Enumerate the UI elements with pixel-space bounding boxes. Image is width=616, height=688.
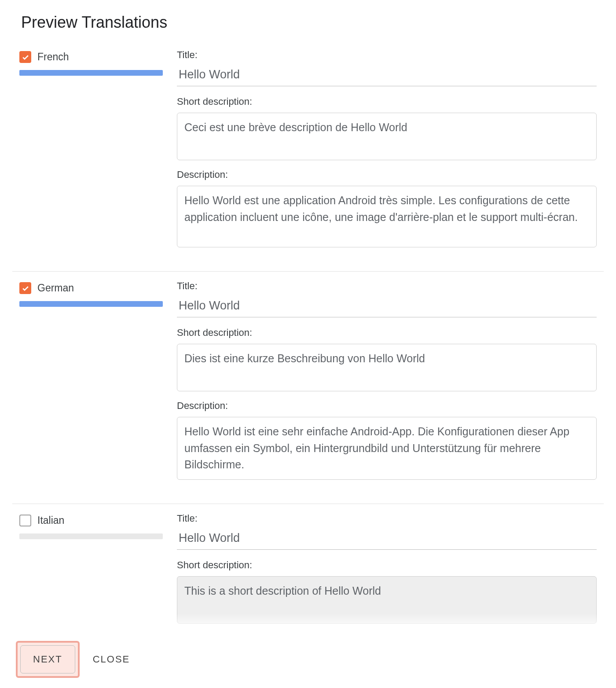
language-left-panel: French [19,49,163,256]
language-left-panel: Italian [19,513,163,631]
description-label: Description: [177,400,597,412]
language-name: Italian [37,515,64,526]
description-input[interactable]: Hello World est une application Android … [177,186,597,247]
title-input[interactable]: Hello World [177,293,597,317]
language-row-german: German Title: Hello World Short descript… [12,272,604,504]
next-button-highlight: NEXT [16,641,80,678]
language-checkbox-italian[interactable] [19,515,31,526]
language-right-panel: Title: Hello World Short description: Di… [177,280,597,489]
next-button[interactable]: NEXT [20,645,75,673]
language-right-panel: Title: Hello World Short description: Th… [177,513,597,631]
language-progress-bar [19,70,163,76]
dialog-title: Preview Translations [21,13,595,32]
description-label: Description: [177,169,597,180]
short-description-label: Short description: [177,559,597,571]
short-description-input[interactable]: Dies ist eine kurze Beschreibung von Hel… [177,344,597,391]
dialog-body[interactable]: French Title: Hello World Short descript… [0,40,616,631]
short-description-label: Short description: [177,327,597,338]
title-input[interactable]: Hello World [177,525,597,550]
language-checkbox-german[interactable] [19,282,31,294]
language-row-italian: Italian Title: Hello World Short descrip… [12,504,604,631]
language-right-panel: Title: Hello World Short description: Ce… [177,49,597,256]
short-description-input[interactable]: This is a short description of Hello Wor… [177,576,597,624]
language-check-row: French [19,51,163,63]
close-button[interactable]: CLOSE [93,654,130,665]
language-row-french: French Title: Hello World Short descript… [12,40,604,272]
check-icon [21,53,30,62]
language-checkbox-french[interactable] [19,51,31,63]
language-check-row: Italian [19,515,163,526]
title-label: Title: [177,513,597,524]
check-icon [21,284,30,293]
preview-translations-dialog: Preview Translations French Title: Hello… [0,0,616,688]
language-name: German [37,282,74,294]
short-description-input[interactable]: Ceci est une brève description de Hello … [177,113,597,160]
description-input[interactable]: Hello World ist eine sehr einfache Andro… [177,417,597,480]
title-input[interactable]: Hello World [177,62,597,86]
language-name: French [37,51,69,63]
short-description-label: Short description: [177,96,597,107]
language-progress-bar [19,301,163,307]
language-progress-bar [19,533,163,539]
dialog-header: Preview Translations [0,0,616,40]
language-check-row: German [19,282,163,294]
dialog-footer: NEXT CLOSE [0,631,616,688]
language-left-panel: German [19,280,163,489]
title-label: Title: [177,49,597,61]
title-label: Title: [177,280,597,292]
